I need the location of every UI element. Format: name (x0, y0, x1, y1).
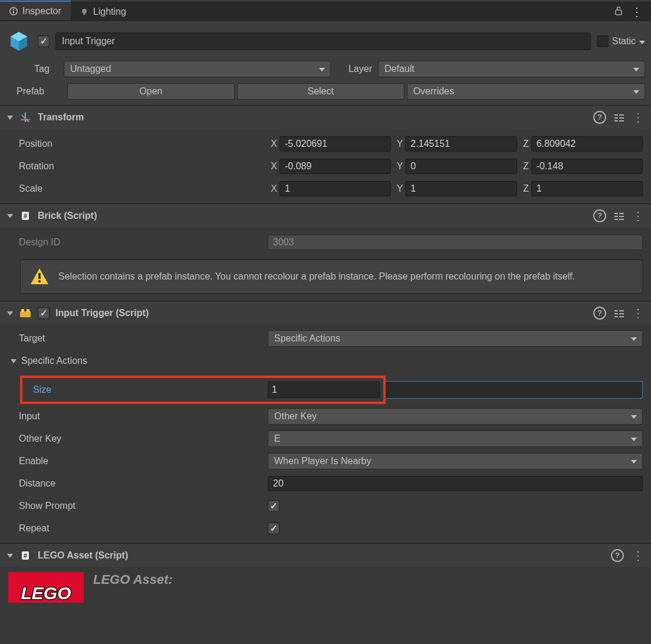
target-label: Target (8, 333, 268, 344)
scale-label: Scale (8, 183, 268, 194)
position-label: Position (8, 139, 268, 149)
help-icon[interactable] (593, 111, 606, 124)
rotation-label: Rotation (8, 161, 268, 172)
script-icon: # (19, 209, 32, 222)
tab-bar: Inspector Lighting (0, 0, 651, 21)
input-trigger-header[interactable]: Input Trigger (Script) (0, 301, 651, 325)
scale-x-input[interactable]: 1 (280, 181, 391, 196)
position-x-input[interactable]: -5.020691 (280, 136, 391, 152)
scale-y-input[interactable]: 1 (405, 181, 517, 196)
show-prompt-label: Show Prompt (8, 501, 268, 511)
prefab-open-button[interactable]: Open (67, 83, 235, 100)
brick-icon (19, 307, 32, 320)
foldout-icon (7, 214, 13, 218)
other-key-label: Other Key (8, 433, 268, 444)
enable-dropdown[interactable]: When Player Is Nearby (268, 453, 643, 469)
tab-lighting[interactable]: Lighting (71, 2, 136, 21)
help-icon[interactable] (611, 549, 624, 562)
info-icon (9, 7, 18, 15)
input-dropdown[interactable]: Other Key (268, 408, 643, 425)
gameobject-active-checkbox[interactable] (38, 35, 50, 47)
svg-text:#: # (24, 212, 27, 219)
rotation-z-input[interactable]: -0.148 (531, 159, 643, 174)
svg-rect-10 (20, 311, 31, 317)
position-z-input[interactable]: 6.809042 (531, 136, 643, 152)
show-prompt-checkbox[interactable] (268, 500, 280, 512)
context-menu-icon[interactable] (632, 110, 644, 124)
size-input[interactable]: 1 (268, 382, 380, 398)
specific-actions-foldout[interactable]: Specific Actions (8, 356, 268, 366)
tag-dropdown[interactable]: Untagged (64, 61, 331, 77)
transform-header[interactable]: Transform (0, 105, 651, 129)
tab-label: Lighting (93, 6, 126, 17)
design-id-label: Design ID (8, 237, 268, 248)
warning-icon (29, 266, 50, 287)
lightbulb-icon (80, 8, 88, 16)
context-menu-icon[interactable] (632, 209, 644, 223)
size-row-highlighted: Size 1 (0, 376, 651, 404)
lego-asset-title: LEGO Asset: (93, 572, 173, 603)
position-y-input[interactable]: 2.145151 (405, 136, 517, 152)
lego-logo: LEGO (8, 572, 84, 603)
repeat-checkbox[interactable] (268, 523, 280, 534)
svg-rect-5 (616, 10, 622, 15)
gameobject-name-input[interactable]: Input Trigger (55, 32, 591, 50)
design-id-input: 3003 (268, 235, 643, 250)
context-menu-icon[interactable] (632, 306, 644, 320)
static-checkbox[interactable] (597, 35, 609, 47)
foldout-icon (11, 359, 17, 363)
layer-dropdown[interactable]: Default (378, 61, 645, 77)
svg-rect-12 (27, 309, 29, 312)
svg-rect-11 (21, 309, 24, 312)
svg-point-3 (82, 9, 87, 14)
script-icon: # (19, 549, 32, 562)
warning-helpbox: Selection contains a prefab instance. Yo… (20, 259, 643, 294)
repeat-label: Repeat (8, 523, 268, 534)
tag-label: Tag (34, 64, 58, 74)
context-menu-icon[interactable] (632, 548, 644, 563)
component-title: Brick (Script) (38, 211, 587, 221)
help-icon[interactable] (593, 209, 606, 222)
distance-input[interactable]: 20 (268, 476, 643, 491)
svg-rect-8 (38, 273, 40, 279)
context-menu-icon[interactable] (631, 5, 643, 19)
prefab-overrides-dropdown[interactable]: Overrides (407, 83, 645, 100)
tab-inspector[interactable]: Inspector (0, 1, 71, 20)
rotation-x-input[interactable]: -0.089 (280, 159, 391, 174)
foldout-icon (7, 116, 13, 120)
layer-label: Layer (337, 64, 372, 74)
svg-point-1 (13, 8, 14, 9)
svg-text:LEGO: LEGO (21, 583, 71, 603)
rotation-y-input[interactable]: 0 (405, 159, 517, 174)
preset-icon[interactable] (614, 113, 624, 121)
size-input-extension[interactable] (386, 381, 643, 399)
help-icon[interactable] (593, 307, 606, 320)
other-key-dropdown[interactable]: E (268, 431, 643, 447)
component-title: LEGO Asset (Script) (38, 550, 605, 561)
svg-rect-2 (13, 11, 14, 14)
warning-text: Selection contains a prefab instance. Yo… (58, 270, 575, 283)
component-title: Input Trigger (Script) (55, 308, 587, 318)
distance-label: Distance (8, 478, 268, 489)
component-title: Transform (38, 112, 587, 123)
cube-icon[interactable] (6, 28, 32, 54)
tab-label: Inspector (22, 6, 61, 17)
brick-header[interactable]: # Brick (Script) (0, 203, 651, 228)
svg-point-9 (38, 280, 41, 282)
component-enable-checkbox[interactable] (38, 307, 50, 319)
gameobject-header: Input Trigger Static Tag Untagged Layer … (0, 21, 651, 105)
size-label: Size (27, 385, 268, 395)
scale-z-input[interactable]: 1 (531, 181, 643, 196)
static-dropdown-icon[interactable] (639, 36, 645, 47)
svg-text:#: # (24, 552, 27, 559)
lock-icon[interactable] (614, 6, 623, 18)
prefab-label: Prefab (6, 86, 65, 97)
target-dropdown[interactable]: Specific Actions (268, 330, 643, 347)
preset-icon[interactable] (614, 309, 624, 317)
lego-asset-header[interactable]: # LEGO Asset (Script) (0, 543, 651, 567)
static-label: Static (612, 36, 636, 47)
foldout-icon (7, 554, 13, 558)
preset-icon[interactable] (614, 212, 624, 220)
prefab-select-button[interactable]: Select (237, 83, 405, 100)
transform-icon (19, 111, 32, 124)
